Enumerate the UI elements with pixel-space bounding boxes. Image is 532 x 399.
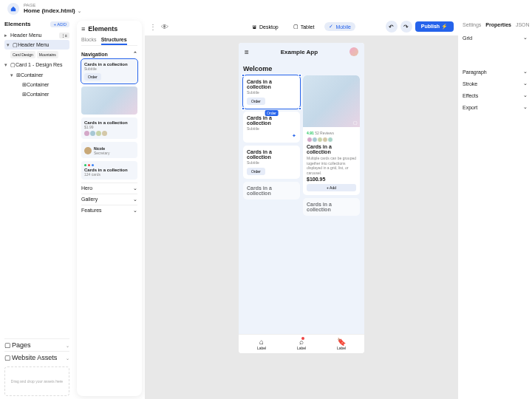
card-image: ▢	[303, 75, 360, 127]
elements-title: Elements	[4, 21, 31, 27]
card-c[interactable]: Cards in a collection Subtitle Order	[243, 146, 300, 179]
features-section[interactable]: Features⌄	[81, 205, 137, 216]
selection-label: Order	[265, 110, 279, 116]
asset-drop-area[interactable]: Drag and drop your assets here	[4, 366, 69, 396]
nav-tag[interactable]: 🔖Label	[337, 338, 346, 350]
paragraph-row[interactable]: Paragraph⌄	[463, 66, 528, 78]
redo-button[interactable]: ↷	[400, 21, 412, 33]
avatar[interactable]	[349, 47, 358, 56]
eye-icon[interactable]: 👁	[161, 23, 168, 31]
left-panel: Elements + ADD ▸Header Menu⋮≡ ▾▢ Header …	[0, 18, 74, 399]
card-a[interactable]: Cards in a collection Subtitle Order Ord…	[243, 75, 300, 109]
layers-icon: ≡	[81, 25, 85, 33]
desktop-button[interactable]: 🖥Desktop	[248, 23, 283, 31]
library-card-2[interactable]	[81, 86, 137, 115]
mobile-button[interactable]: ✓Mobile	[324, 22, 355, 31]
nav-search[interactable]: ⌕Label	[297, 338, 306, 350]
page-info[interactable]: PAGE Home (index.html)⌄	[24, 3, 81, 14]
grid-row[interactable]: Grid⌄	[463, 32, 528, 44]
bottom-nav: ⌂Label ⌕Label 🔖Label	[239, 334, 364, 353]
canvas-toolbar: ⋮ 👁 🖥Desktop ▢Tablet ✓Mobile ↶ ↷ Publish…	[145, 18, 458, 35]
home-icon: ⌂	[259, 338, 264, 346]
undo-button[interactable]: ↶	[386, 21, 398, 33]
page-name: Home (index.html)⌄	[24, 8, 81, 15]
card-d[interactable]: ▢ 4.91 52 Reviews Cards in a collection …	[303, 75, 360, 195]
publish-button[interactable]: Publish ⚡	[415, 21, 454, 32]
welcome-heading: Welcome	[243, 65, 360, 72]
library-card-5[interactable]: Cards in a collection 124 cards	[81, 161, 137, 180]
tree-item-card1[interactable]: ▾▢ Card 1 - Design Res	[4, 60, 69, 69]
nav-home[interactable]: ⌂Label	[257, 338, 266, 350]
effects-row[interactable]: Effects⌄	[463, 89, 528, 101]
gallery-section[interactable]: Gallery⌄	[81, 194, 137, 205]
tree-item-header-menu-2[interactable]: ▾▢ Header Menu	[4, 40, 69, 50]
assets-section[interactable]: ▢Website Assets⌄	[4, 351, 69, 364]
tag-mountains[interactable]: Mountains	[37, 51, 58, 58]
navigation-section[interactable]: Navigation⌃	[81, 51, 137, 57]
menu-icon[interactable]: ≡	[245, 48, 249, 56]
add-element-button[interactable]: + ADD	[50, 21, 69, 27]
tree-item-container-3[interactable]: ⊞ Container	[16, 89, 69, 99]
canvas: ⋮ 👁 🖥Desktop ▢Tablet ✓Mobile ↶ ↷ Publish…	[145, 18, 458, 399]
check-icon: ✓	[329, 24, 333, 30]
tag-card-design[interactable]: Card Design	[10, 51, 35, 58]
card-image	[81, 86, 137, 115]
order-button[interactable]: Order	[247, 168, 265, 175]
desktop-icon: 🖥	[252, 24, 257, 30]
chevron-down-icon: ⌄	[78, 9, 81, 13]
avatar	[84, 147, 92, 154]
home-icon[interactable]	[7, 3, 19, 15]
element-tree: ▸Header Menu⋮≡ ▾▢ Header Menu Card Desig…	[4, 30, 69, 99]
library-card-1[interactable]: Cards in a collection Subtitle Order	[81, 59, 137, 83]
order-button[interactable]: Order	[84, 73, 101, 81]
mobile-preview: ≡ Example App Welcome Cards in a collect…	[239, 43, 364, 353]
stroke-row[interactable]: Stroke⌄	[463, 78, 528, 89]
tab-structures[interactable]: Structures	[101, 35, 127, 45]
tab-properties[interactable]: Properties	[485, 22, 511, 27]
tree-item-header-menu[interactable]: ▸Header Menu⋮≡	[4, 30, 69, 40]
add-button[interactable]: + Add	[307, 184, 356, 191]
library-card-3[interactable]: Cards in a collection $1.99	[81, 117, 137, 139]
top-bar: PAGE Home (index.html)⌄	[0, 0, 532, 18]
tab-blocks[interactable]: Blocks	[81, 35, 97, 45]
pages-section[interactable]: ▢Pages⌄	[4, 338, 69, 351]
card-b[interactable]: Cards in a collection Subtitle ✦	[243, 112, 300, 143]
elements-library-panel: ≡Elements Blocks Structures Navigation⌃ …	[77, 21, 142, 396]
tab-settings[interactable]: Settings	[463, 22, 481, 27]
app-title: Example App	[281, 49, 318, 55]
properties-panel: Settings Properties JSON Grid⌄ Paragraph…	[458, 18, 532, 399]
more-icon[interactable]: ⋮	[149, 23, 157, 31]
order-button[interactable]: Order	[247, 98, 265, 105]
card-e[interactable]: Cards in a collection	[243, 182, 300, 200]
tab-json[interactable]: JSON	[516, 22, 530, 27]
library-card-4[interactable]: NicoleSecretary	[81, 142, 137, 158]
hero-section[interactable]: Hero⌄	[81, 183, 137, 194]
tablet-icon: ▢	[293, 24, 299, 30]
card-f[interactable]: Cards in a collection	[303, 198, 360, 216]
tag-icon: 🔖	[337, 338, 346, 346]
tree-item-container[interactable]: ▾⊞ Container	[10, 70, 69, 80]
tablet-button[interactable]: ▢Tablet	[289, 22, 319, 31]
export-row[interactable]: Export⌄	[463, 101, 528, 113]
tree-item-container-2[interactable]: ⊞ Container	[16, 80, 69, 89]
bookmark-icon[interactable]: ▢	[353, 120, 358, 125]
